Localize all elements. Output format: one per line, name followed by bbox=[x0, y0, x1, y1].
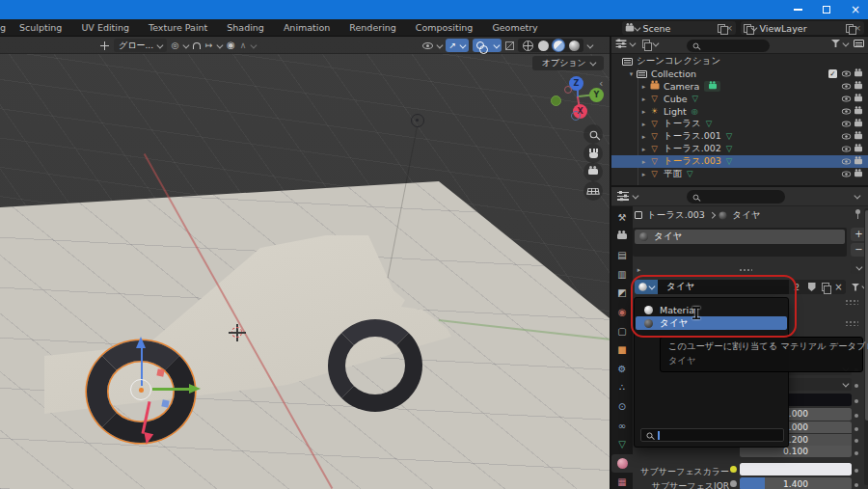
chevron-down-icon[interactable] bbox=[630, 41, 636, 46]
properties-tab-view-layer[interactable]: ▥ bbox=[611, 265, 633, 284]
chevron-down-icon[interactable] bbox=[843, 40, 849, 45]
editor-type-icon[interactable] bbox=[617, 192, 629, 201]
outliner-item-label[interactable]: Cube bbox=[664, 94, 688, 104]
outliner-row[interactable]: シーンコレクション bbox=[611, 55, 868, 68]
close-button[interactable]: × bbox=[845, 2, 866, 17]
workspace-tab-truncated[interactable]: g bbox=[0, 19, 10, 37]
shading-material-preview-button[interactable] bbox=[552, 39, 565, 52]
new-viewlayer-icon[interactable] bbox=[846, 24, 854, 33]
outliner-item-label[interactable]: 平面 bbox=[664, 168, 682, 180]
disclosure-triangle-icon[interactable]: ▸ bbox=[639, 146, 648, 153]
hide-eye-icon[interactable] bbox=[840, 95, 852, 102]
material-slot-list[interactable]: タイヤ bbox=[633, 228, 847, 257]
workspace-tab[interactable]: Texture Paint bbox=[139, 19, 217, 37]
properties-tab-output[interactable]: ▤ bbox=[611, 246, 633, 264]
workspace-tab[interactable]: Geometry Nodes bbox=[482, 19, 540, 37]
disclosure-triangle-icon[interactable]: ▸ bbox=[639, 171, 648, 178]
keyframe-dot[interactable] bbox=[854, 451, 858, 455]
properties-tab-world[interactable]: ◉ bbox=[611, 303, 633, 321]
disable-render-icon[interactable] bbox=[852, 121, 865, 127]
outliner-row[interactable]: ▸▽トーラス▽ bbox=[611, 118, 868, 130]
axis-neg-z-ball[interactable] bbox=[571, 111, 581, 121]
zoom-button[interactable] bbox=[583, 124, 603, 144]
new-scene-icon[interactable] bbox=[718, 24, 725, 33]
outliner-search-input[interactable] bbox=[687, 40, 770, 52]
hide-eye-icon[interactable] bbox=[840, 70, 852, 77]
disable-render-icon[interactable] bbox=[852, 108, 865, 115]
disclosure-triangle-icon[interactable]: ▾ bbox=[627, 70, 636, 78]
breadcrumb-material[interactable]: タイヤ bbox=[732, 209, 760, 222]
disclosure-triangle-icon[interactable]: ▸ bbox=[639, 108, 648, 116]
hide-eye-icon[interactable] bbox=[840, 171, 852, 177]
shading-wireframe-button[interactable] bbox=[521, 39, 534, 52]
gizmo-y-arrow[interactable] bbox=[189, 384, 201, 394]
chevron-down-icon[interactable] bbox=[183, 41, 189, 47]
chevron-down-icon[interactable] bbox=[633, 193, 638, 199]
viewlayer-name[interactable]: ViewLayer bbox=[760, 23, 807, 34]
scrollbar-thumb[interactable] bbox=[865, 210, 868, 421]
chevron-down-icon[interactable] bbox=[854, 192, 860, 198]
hide-eye-icon[interactable] bbox=[840, 133, 852, 140]
visibility-icon[interactable] bbox=[422, 42, 433, 49]
keyframe-dot[interactable] bbox=[854, 483, 858, 487]
display-mode-icon[interactable] bbox=[642, 40, 650, 48]
disable-render-icon[interactable] bbox=[852, 146, 865, 152]
gizmos-toggle[interactable]: ↗ bbox=[446, 39, 469, 52]
chevron-down-icon[interactable] bbox=[652, 41, 658, 46]
new-material-button[interactable] bbox=[819, 280, 832, 294]
pivot-point-icon[interactable]: ◎ bbox=[172, 41, 179, 50]
disable-render-icon[interactable] bbox=[852, 70, 865, 77]
chevron-down-icon[interactable] bbox=[587, 41, 593, 47]
hide-eye-icon[interactable] bbox=[840, 108, 852, 115]
outliner-row[interactable]: ▾Collection✓ bbox=[611, 68, 868, 80]
outliner-row[interactable]: ▸▽トーラス.001▽ bbox=[611, 130, 868, 143]
falloff-icon[interactable]: ∧ bbox=[240, 41, 247, 50]
disable-render-icon[interactable] bbox=[852, 83, 865, 90]
workspace-tab[interactable]: Compositing bbox=[406, 19, 483, 37]
keyframe-dot[interactable] bbox=[854, 414, 858, 418]
chevron-down-icon[interactable] bbox=[217, 41, 223, 47]
disclosure-triangle-icon[interactable]: ▸ bbox=[639, 121, 648, 128]
properties-tab-constraints[interactable]: ∞ bbox=[611, 417, 633, 435]
disable-render-icon[interactable] bbox=[852, 95, 865, 102]
hide-eye-icon[interactable] bbox=[840, 146, 852, 152]
outliner-item-label[interactable]: Collection bbox=[651, 68, 696, 79]
keyframe-dot[interactable] bbox=[854, 384, 858, 388]
proportional-editing-icon[interactable]: ◉ bbox=[227, 41, 235, 50]
chevron-down-icon[interactable] bbox=[251, 41, 257, 47]
transform-orientation-icon[interactable] bbox=[100, 41, 109, 50]
disclosure-triangle-icon[interactable]: ▸ bbox=[639, 95, 648, 103]
minimize-button[interactable] bbox=[787, 2, 808, 17]
outliner-item-label[interactable]: トーラス bbox=[664, 118, 701, 130]
disclosure-triangle-icon[interactable]: ▸ bbox=[639, 83, 648, 91]
new-collection-icon[interactable] bbox=[854, 40, 864, 47]
properties-tab-physics[interactable]: ⊙ bbox=[611, 397, 633, 416]
properties-tab-scene[interactable]: ◩ bbox=[611, 284, 633, 302]
hide-eye-icon[interactable] bbox=[840, 158, 852, 165]
collection-checkbox[interactable]: ✓ bbox=[828, 69, 837, 78]
keyframe-dot[interactable] bbox=[854, 399, 858, 403]
breadcrumb-object[interactable]: トーラス.003 bbox=[647, 209, 705, 222]
subsurface-ior-slider[interactable]: 1.400 bbox=[740, 477, 852, 489]
gizmo-z-arrow[interactable] bbox=[136, 337, 146, 348]
outliner-item-label[interactable]: トーラス.002 bbox=[664, 143, 721, 155]
disclosure-triangle-icon[interactable]: ▸ bbox=[639, 158, 648, 166]
hide-eye-icon[interactable] bbox=[840, 121, 852, 127]
outliner-item-label[interactable]: トーラス.003 bbox=[664, 155, 721, 168]
shading-solid-button[interactable] bbox=[536, 39, 550, 52]
properties-tab-object-data[interactable]: ▽ bbox=[611, 435, 633, 453]
material-slot-active[interactable]: タイヤ bbox=[635, 230, 845, 244]
fake-user-button[interactable] bbox=[805, 280, 819, 294]
maximize-button[interactable] bbox=[816, 2, 837, 17]
scene-name[interactable]: Scene bbox=[643, 23, 671, 34]
outliner-item-label[interactable]: Light bbox=[664, 106, 687, 117]
axis-y-ball[interactable]: Y bbox=[589, 88, 604, 102]
keyframe-dot[interactable] bbox=[854, 427, 858, 431]
orientation-dropdown[interactable]: グロー... bbox=[114, 39, 167, 52]
options-dropdown[interactable]: オプション bbox=[532, 56, 604, 70]
disclosure-triangle-icon[interactable]: ▸ bbox=[639, 133, 648, 141]
light-object[interactable] bbox=[411, 114, 424, 127]
snap-magnet-icon[interactable] bbox=[193, 42, 201, 49]
snap-target-icon[interactable]: ↦ bbox=[205, 41, 213, 50]
subsurface-color-swatch[interactable] bbox=[740, 463, 852, 475]
